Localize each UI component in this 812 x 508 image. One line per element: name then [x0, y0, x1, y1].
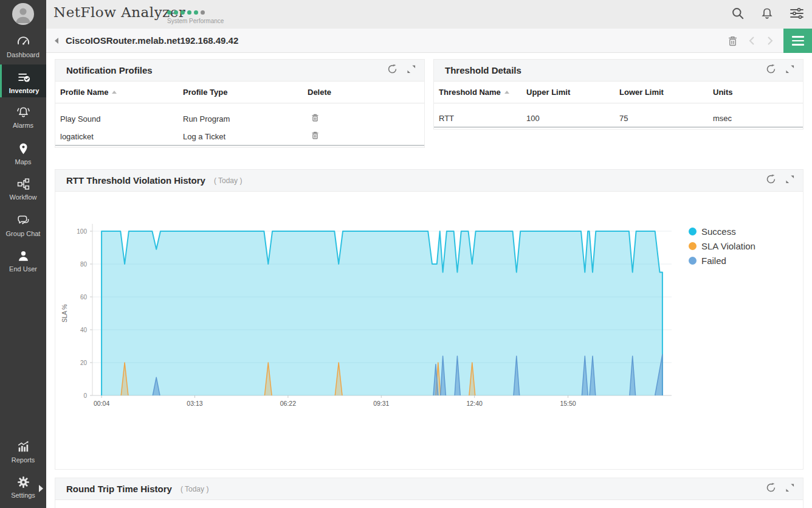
column-profile-type: Profile Type — [183, 88, 308, 97]
sidebar-item-inventory[interactable]: Inventory — [0, 64, 46, 97]
expand-icon[interactable] — [785, 175, 794, 186]
device-title: CiscoIOSRouter.melab.net192.168.49.42 — [66, 35, 238, 46]
svg-text:06:22: 06:22 — [280, 400, 296, 407]
brand-block: System Performance — [167, 6, 224, 24]
sidebar-expand-arrow-icon[interactable] — [39, 485, 43, 492]
gear-icon — [16, 475, 31, 490]
column-delete: Delete — [308, 88, 424, 97]
panel-period: ( Today ) — [181, 485, 208, 493]
refresh-icon[interactable] — [766, 482, 776, 495]
table-row: logaticket Log a Ticket — [55, 128, 424, 146]
svg-text:09:31: 09:31 — [373, 400, 389, 407]
workflow-icon — [16, 176, 31, 192]
legend-item-failed[interactable]: Failed — [689, 256, 755, 266]
expand-icon[interactable] — [407, 64, 416, 76]
sidebar-item-group-chat[interactable]: Group Chat — [0, 213, 46, 237]
top-header-bar: NetFlow Analyzer System Performance — [46, 0, 812, 29]
sidebar-item-workflow[interactable]: Workflow — [0, 176, 46, 201]
profile-name-cell: logaticket — [55, 132, 183, 141]
threshold-details-panel: Threshold Details Threshold Name Upper L… — [433, 59, 803, 130]
brand-label: System Performance — [167, 18, 224, 24]
sla-area-chart: 02040608010000:0403:1306:2209:3112:4015:… — [55, 213, 687, 417]
inventory-list-check-icon — [16, 70, 32, 85]
sidebar-item-label: Group Chat — [0, 230, 46, 237]
column-upper-limit: Upper Limit — [526, 88, 619, 97]
sliders-icon[interactable] — [789, 6, 805, 23]
sidebar-item-label: Maps — [0, 158, 46, 165]
column-lower-limit: Lower Limit — [619, 88, 713, 97]
units-cell: msec — [713, 114, 803, 123]
sidebar: Dashboard Inventory Alarms — [0, 0, 46, 508]
svg-text:SLA %: SLA % — [61, 304, 68, 322]
panel-title: RTT Threshold Violation History — [66, 175, 205, 186]
upper-limit-cell: 100 — [526, 114, 619, 123]
legend-item-success[interactable]: Success — [689, 226, 755, 237]
legend-dot — [689, 228, 697, 235]
sidebar-item-label: Dashboard — [0, 51, 46, 58]
prev-chevron-icon[interactable] — [748, 35, 756, 49]
brand-dots — [167, 6, 224, 17]
svg-text:20: 20 — [80, 360, 88, 366]
svg-text:12:40: 12:40 — [467, 400, 483, 407]
legend-dot — [689, 242, 697, 250]
back-chevron-icon[interactable] — [55, 38, 58, 44]
sidebar-item-label: Alarms — [0, 122, 46, 129]
sidebar-item-label: Reports — [0, 456, 46, 464]
delete-trash-icon[interactable] — [311, 131, 424, 142]
panel-period: ( Today ) — [214, 176, 242, 185]
svg-text:15:50: 15:50 — [560, 400, 576, 407]
alarm-bell-icon — [16, 105, 31, 120]
menu-hamburger-button[interactable] — [783, 29, 812, 53]
sidebar-item-label: Workflow — [0, 193, 46, 201]
profile-type-cell: Log a Ticket — [183, 132, 308, 141]
delete-trash-icon[interactable] — [311, 113, 424, 124]
table-row: Play Sound Run Program — [55, 110, 424, 128]
breadcrumb-bar: CiscoIOSRouter.melab.net192.168.49.42 — [46, 29, 812, 53]
notifications-bell-icon[interactable] — [760, 6, 774, 23]
sidebar-item-end-user[interactable]: End User — [0, 248, 46, 273]
svg-text:80: 80 — [80, 261, 88, 268]
table-row: RTT 100 75 msec — [434, 110, 803, 128]
panel-title: Notification Profiles — [66, 65, 153, 75]
sidebar-item-label: End User — [0, 265, 46, 273]
sort-asc-icon — [504, 91, 509, 94]
svg-text:0: 0 — [83, 392, 87, 399]
delete-trash-icon[interactable] — [728, 35, 738, 49]
user-avatar[interactable] — [12, 3, 34, 25]
sidebar-item-label: Settings — [0, 492, 46, 499]
svg-text:60: 60 — [80, 294, 88, 301]
lower-limit-cell: 75 — [619, 114, 713, 123]
person-icon — [16, 248, 31, 263]
chart-legend: Success SLA Violation Failed — [689, 226, 755, 270]
column-threshold-name[interactable]: Threshold Name — [434, 88, 526, 97]
panel-title: Round Trip Time History — [66, 484, 172, 494]
legend-dot — [689, 257, 697, 265]
column-profile-name[interactable]: Profile Name — [55, 88, 183, 97]
profile-type-cell: Run Program — [183, 114, 308, 124]
notification-profiles-panel: Notification Profiles Profile Name Profi… — [55, 59, 425, 148]
dashboard-gauge-icon — [16, 34, 31, 49]
person-silhouette-icon — [12, 3, 34, 25]
next-chevron-icon[interactable] — [766, 35, 774, 49]
sidebar-item-dashboard[interactable]: Dashboard — [0, 34, 46, 58]
legend-item-sla-violation[interactable]: SLA Violation — [689, 241, 755, 251]
svg-text:100: 100 — [77, 228, 87, 235]
refresh-icon[interactable] — [766, 64, 776, 77]
expand-icon[interactable] — [785, 483, 794, 495]
round-trip-history-panel: Round Trip Time History ( Today ) — [55, 478, 803, 508]
svg-text:40: 40 — [80, 327, 88, 333]
report-chart-icon — [16, 439, 31, 454]
sort-asc-icon — [112, 91, 117, 94]
svg-text:00:04: 00:04 — [94, 400, 109, 407]
sidebar-item-reports[interactable]: Reports — [0, 439, 46, 464]
refresh-icon[interactable] — [766, 174, 776, 187]
search-icon[interactable] — [731, 6, 745, 23]
sidebar-item-maps[interactable]: Maps — [0, 141, 46, 165]
expand-icon[interactable] — [785, 64, 794, 76]
profile-name-cell: Play Sound — [55, 114, 183, 124]
chat-bubbles-icon — [16, 213, 31, 228]
svg-text:03:13: 03:13 — [187, 400, 202, 407]
column-units: Units — [713, 88, 803, 97]
refresh-icon[interactable] — [387, 64, 397, 77]
sidebar-item-alarms[interactable]: Alarms — [0, 105, 46, 129]
